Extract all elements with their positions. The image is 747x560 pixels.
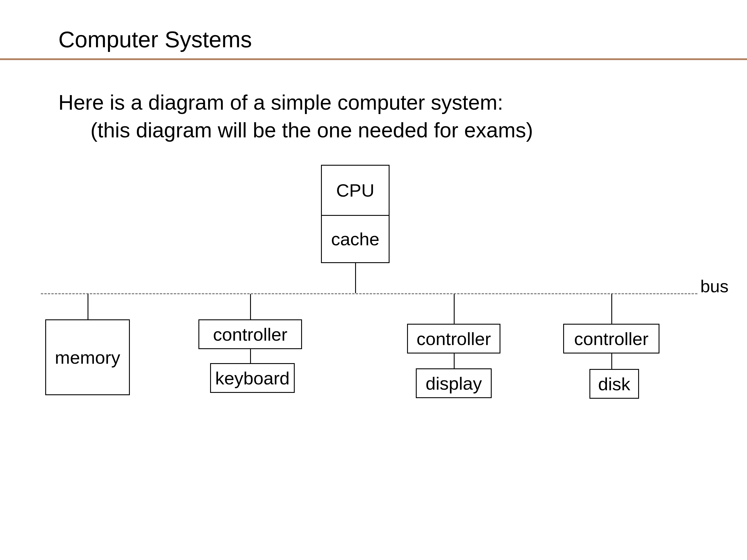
- controller-box-disk: controller: [563, 324, 660, 353]
- connector-controller2-bus: [454, 294, 455, 325]
- connector-controller3-bus: [611, 294, 612, 325]
- body-line-2: (this diagram will be the one needed for…: [91, 118, 533, 142]
- connector-controller2-display: [454, 353, 455, 369]
- cpu-box: CPU: [321, 165, 390, 216]
- connector-controller3-disk: [611, 353, 612, 370]
- connector-memory-bus: [87, 294, 88, 320]
- controller-box-display: controller: [407, 324, 500, 353]
- system-diagram: CPU cache bus memory controller keyboard…: [0, 165, 747, 427]
- connector-controller1-bus: [250, 294, 251, 320]
- title-underline: [0, 58, 747, 60]
- connector-controller1-keyboard: [250, 349, 251, 364]
- slide: Computer Systems Here is a diagram of a …: [0, 0, 747, 560]
- memory-box: memory: [45, 319, 130, 395]
- cache-box: cache: [321, 215, 390, 263]
- bus-line: [41, 293, 697, 294]
- disk-box: disk: [589, 369, 639, 399]
- connector-cache-bus: [355, 263, 356, 293]
- page-title: Computer Systems: [58, 26, 252, 53]
- keyboard-box: keyboard: [210, 363, 295, 393]
- body-line-1: Here is a diagram of a simple computer s…: [58, 90, 504, 114]
- controller-box-keyboard: controller: [199, 319, 302, 349]
- bus-label: bus: [700, 276, 729, 296]
- display-box: display: [416, 368, 492, 398]
